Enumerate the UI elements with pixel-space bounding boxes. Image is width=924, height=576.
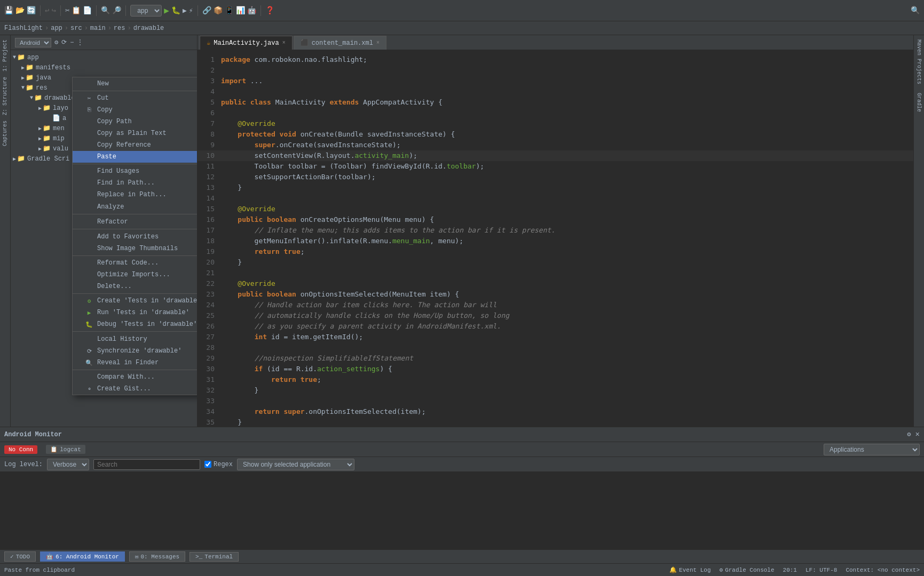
menu-item-show-thumbnails[interactable]: Show Image Thumbnails ⇧⌘T xyxy=(73,243,197,254)
menu-item-copy-ref[interactable]: Copy Reference ⌥⇧⌘C xyxy=(73,139,197,151)
logcat-search-input[interactable] xyxy=(93,459,200,470)
toolbar-icon-replace[interactable]: 🔎 xyxy=(112,6,121,15)
menu-item-optimize[interactable]: Optimize Imports... ^⌥O xyxy=(73,269,197,281)
log-level-select[interactable]: Verbose xyxy=(47,459,89,470)
menu-item-debug-tests[interactable]: 🐛 Debug 'Tests in 'drawable' ^⇧D xyxy=(73,318,197,330)
toolbar-icon-coverage[interactable]: ▶ xyxy=(183,6,187,15)
menu-item-cut[interactable]: ✂ Cut ⌘X xyxy=(73,92,197,104)
menu-item-local-history[interactable]: Local History ▶ xyxy=(73,333,197,345)
line-content-29: //noinspection SimplifiableIfStatement xyxy=(219,353,413,364)
applications-select[interactable]: Applications xyxy=(824,444,920,455)
left-strip-captures[interactable]: Captures xyxy=(1,118,9,148)
code-line-13: 13 } xyxy=(198,182,913,193)
toolbar-icon-redo[interactable]: ↪ xyxy=(51,6,56,15)
toolbar-debug-button[interactable]: 🐛 xyxy=(171,6,180,15)
toolbar-icon-cut[interactable]: ✂ xyxy=(65,6,69,15)
menu-item-analyze[interactable]: Analyze ▶ xyxy=(73,201,197,213)
breadcrumb-res[interactable]: res xyxy=(114,25,125,32)
menu-item-gist[interactable]: ⚬ Create Gist... xyxy=(73,383,197,395)
toolbar-icon-save[interactable]: 💾 xyxy=(4,6,13,15)
menu-item-copy[interactable]: ⎘ Copy ⌘C xyxy=(73,104,197,116)
tab-contentmain[interactable]: ⬛ content_main.xml × xyxy=(294,36,386,50)
menu-item-replace-in-path[interactable]: Replace in Path... ⇧⌘R xyxy=(73,189,197,201)
breadcrumb-src[interactable]: src xyxy=(70,25,82,32)
project-settings-icon[interactable]: ⚙ xyxy=(54,38,58,46)
toolbar-icon-paste[interactable]: 📄 xyxy=(83,6,92,15)
toolbar-icon-profile[interactable]: ⚡ xyxy=(189,6,193,15)
left-strip-project[interactable]: 1: Project xyxy=(1,37,9,74)
menu-item-run-tests[interactable]: ▶ Run 'Tests in 'drawable' ^⇧R xyxy=(73,307,197,318)
breadcrumb-drawable[interactable]: drawable xyxy=(133,25,164,32)
menu-item-compare[interactable]: Compare With... ⌘D xyxy=(73,371,197,383)
toolbar-icon-undo[interactable]: ↩ xyxy=(45,6,49,15)
code-line-7: 7 @Override xyxy=(198,118,913,129)
toolbar-icon-android[interactable]: 🤖 xyxy=(247,6,256,15)
toolbar-icon-find[interactable]: 🔍 xyxy=(101,6,110,15)
menu-item-delete[interactable]: Delete... ⌫ xyxy=(73,281,197,292)
menu-item-refactor[interactable]: Refactor ▶ xyxy=(73,215,197,228)
line-content-3: import ... xyxy=(219,76,263,86)
show-selected-select[interactable]: Show only selected application xyxy=(237,459,354,470)
bottom-close-icon[interactable]: × xyxy=(915,430,920,439)
menu-label-find-in-path: Find in Path... xyxy=(97,179,155,187)
toolbar-run-button[interactable]: ▶ xyxy=(164,5,169,16)
toolbar-icon-profiler[interactable]: 📊 xyxy=(236,6,245,15)
logcat-tab[interactable]: 📋 logcat xyxy=(46,445,85,454)
right-strip-gradle[interactable]: Gradle xyxy=(915,89,923,116)
menu-item-new[interactable]: New ▶ xyxy=(73,77,197,90)
menu-item-find-usages[interactable]: Find Usages ⌥F7 xyxy=(73,165,197,177)
left-strip-structure[interactable]: Z: Structure xyxy=(1,75,9,117)
toolbar-icon-sdk[interactable]: 📦 xyxy=(214,6,223,15)
menu-label-delete: Delete... xyxy=(97,283,132,290)
project-collapse-icon[interactable]: − xyxy=(70,39,74,46)
gradle-console[interactable]: ⚙ Gradle Console xyxy=(720,566,775,573)
taskbar-messages[interactable]: ✉ 0: Messages xyxy=(129,551,185,562)
tree-item-manifests[interactable]: ▶ 📁 manifests xyxy=(11,62,197,73)
breadcrumb-main[interactable]: main xyxy=(90,25,106,32)
code-line-25: 25 // automatically handle clicks on the… xyxy=(198,310,913,321)
project-more-icon[interactable]: ⋮ xyxy=(77,38,83,46)
no-conn-badge[interactable]: No Conn xyxy=(4,445,37,454)
menu-item-paste[interactable]: Paste ⌘V xyxy=(73,151,197,163)
menu-item-copy-plain[interactable]: Copy as Plain Text xyxy=(73,127,197,139)
line-content-27: int id = item.getItemId(); xyxy=(219,332,363,342)
app-run-config-dropdown[interactable]: app xyxy=(130,5,162,17)
line-content-5: public class MainActivity extends AppCom… xyxy=(219,97,443,108)
tree-item-app[interactable]: ▼ 📁 app xyxy=(11,52,197,62)
tab-mainactivity[interactable]: ☕ MainActivity.java × xyxy=(200,36,293,50)
line-content-34: return super.onOptionsItemSelected(item)… xyxy=(219,406,426,417)
toolbar-icon-sync[interactable]: 🔄 xyxy=(27,6,36,15)
taskbar-todo[interactable]: ✓ TODO xyxy=(4,551,36,562)
menu-item-reveal-finder[interactable]: 🔍 Reveal in Finder xyxy=(73,357,197,369)
line-content-30: if (id == R.id.action_settings) { xyxy=(219,364,392,374)
project-view-select[interactable]: Android xyxy=(15,38,51,47)
line-num-29: 29 xyxy=(198,353,219,364)
regex-checkbox[interactable] xyxy=(204,461,211,468)
tab-close-mainactivity[interactable]: × xyxy=(282,40,286,46)
project-sync-icon[interactable]: ⟳ xyxy=(61,38,67,46)
taskbar-terminal[interactable]: >_ Terminal xyxy=(189,552,239,562)
menu-label-thumbnails: Show Image Thumbnails xyxy=(97,245,178,252)
menu-item-add-favorites[interactable]: Add to Favorites ▶ xyxy=(73,230,197,243)
right-strip-maven[interactable]: Maven Projects xyxy=(915,35,923,89)
toolbar-icon-open[interactable]: 📂 xyxy=(15,6,25,15)
toolbar-icon-attach[interactable]: 🔗 xyxy=(202,6,211,15)
menu-item-create-tests[interactable]: ⚙ Create 'Tests in 'drawable'... xyxy=(73,295,197,307)
toolbar-icon-help[interactable]: ❓ xyxy=(265,6,274,15)
toolbar-icon-avd[interactable]: 📱 xyxy=(225,6,234,15)
menu-item-reformat[interactable]: Reformat Code... ⌥⌘L xyxy=(73,257,197,269)
taskbar-android-monitor[interactable]: 🤖 6: Android Monitor xyxy=(40,551,125,562)
code-line-34: 34 return super.onOptionsItemSelected(it… xyxy=(198,406,913,417)
toolbar-icon-copy[interactable]: 📋 xyxy=(72,6,81,15)
menu-item-synchronize[interactable]: ⟳ Synchronize 'drawable' xyxy=(73,345,197,357)
toolbar-icon-search[interactable]: 🔍 xyxy=(911,6,920,15)
tab-close-contentmain[interactable]: × xyxy=(376,40,380,46)
context-menu: New ▶ ✂ Cut ⌘X ⎘ Copy xyxy=(72,77,197,395)
menu-item-copy-path[interactable]: Copy Path xyxy=(73,116,197,127)
bottom-settings-icon[interactable]: ⚙ xyxy=(907,430,911,438)
editor-content[interactable]: 1 package com.robokon.nao.flashlight; 2 … xyxy=(198,50,913,427)
breadcrumb-flashlight[interactable]: FlashLight xyxy=(4,25,43,32)
breadcrumb-app[interactable]: app xyxy=(51,25,62,32)
event-log[interactable]: 🔔 Event Log xyxy=(669,566,710,573)
menu-item-find-in-path[interactable]: Find in Path... ⇧⌘F xyxy=(73,177,197,189)
